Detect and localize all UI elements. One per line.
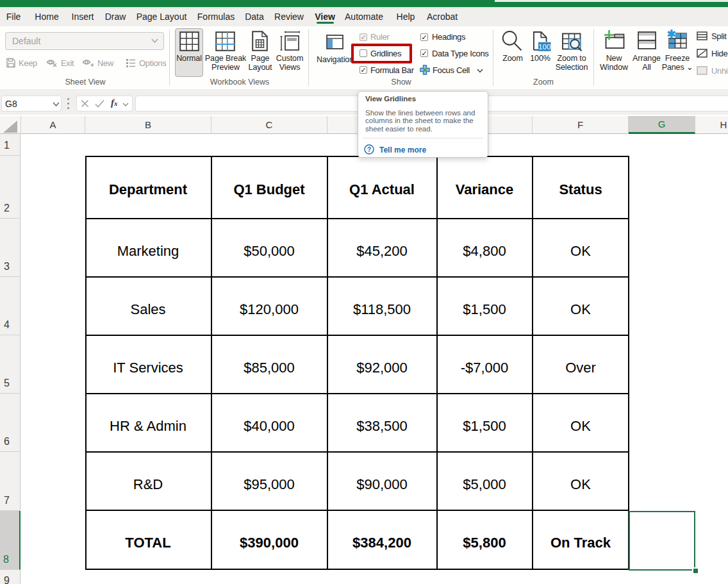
svg-text:✱: ✱	[667, 29, 676, 40]
svg-text:100: 100	[538, 43, 550, 51]
svg-text:?: ?	[367, 146, 371, 153]
